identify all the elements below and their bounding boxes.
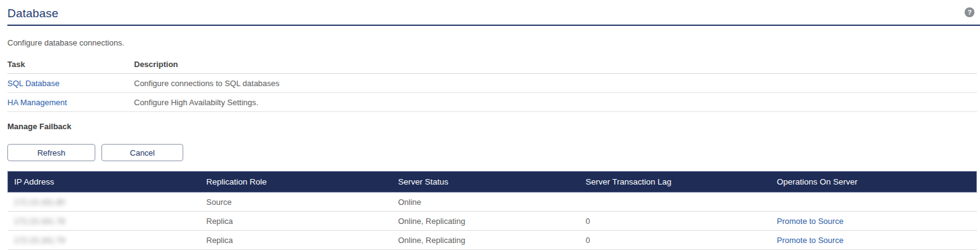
server-status-cell: Online, Replicating — [392, 231, 580, 250]
task-link[interactable]: SQL Database — [7, 79, 134, 88]
ip-address-redacted: 172.23.161.79 — [14, 236, 65, 245]
promote-to-source-link[interactable]: Promote to Source — [777, 236, 844, 245]
ip-address-redacted: 172.23.161.78 — [14, 217, 65, 226]
page-subtitle: Configure database connections. — [7, 38, 973, 47]
transaction-lag-cell: 0 — [580, 231, 771, 250]
manage-failback-heading: Manage Failback — [7, 122, 973, 131]
tasks-header-description: Description — [134, 60, 977, 69]
help-icon[interactable]: ? — [965, 7, 974, 17]
refresh-button[interactable]: Refresh — [7, 144, 95, 161]
tasks-table: Task Description SQL DatabaseConfigure c… — [7, 55, 977, 112]
task-description: Configure connections to SQL databases — [134, 79, 977, 88]
servers-column-header: Server Status — [392, 172, 580, 193]
servers-column-header: IP Address — [8, 172, 200, 193]
page-header: Database ? — [0, 0, 980, 26]
server-row: 172.23.161.78ReplicaOnline, Replicating0… — [8, 212, 977, 231]
ip-address-cell: 172.23.161.78 — [8, 212, 200, 231]
task-link[interactable]: HA Management — [7, 98, 134, 107]
failback-toolbar: Refresh Cancel — [7, 144, 973, 161]
tasks-table-header: Task Description — [7, 55, 977, 74]
task-description: Configure High Availabilty Settings. — [134, 98, 977, 107]
ip-address-redacted: 172.23.161.80 — [14, 197, 65, 207]
ip-address-cell: 172.23.161.80 — [8, 193, 200, 212]
server-status-cell: Online — [392, 193, 580, 212]
servers-column-header: Replication Role — [200, 172, 392, 193]
replication-role-cell: Replica — [200, 231, 392, 250]
server-row: 172.23.161.80SourceOnline — [8, 193, 977, 212]
tasks-header-task: Task — [7, 60, 134, 69]
title-divider — [7, 25, 980, 26]
operations-cell: Promote to Source — [771, 212, 977, 231]
transaction-lag-cell — [580, 193, 771, 212]
servers-column-header: Server Transaction Lag — [580, 172, 771, 193]
transaction-lag-cell: 0 — [580, 212, 771, 231]
cancel-button[interactable]: Cancel — [101, 144, 183, 161]
server-row: 172.23.161.79ReplicaOnline, Replicating0… — [8, 231, 977, 250]
operations-cell: Promote to Source — [771, 231, 977, 250]
servers-table: IP AddressReplication RoleServer StatusS… — [7, 171, 977, 250]
task-row: SQL DatabaseConfigure connections to SQL… — [7, 74, 977, 93]
task-row: HA ManagementConfigure High Availabilty … — [7, 93, 977, 112]
servers-table-body: 172.23.161.80SourceOnline172.23.161.78Re… — [8, 193, 977, 250]
operations-cell — [771, 193, 977, 212]
servers-table-header: IP AddressReplication RoleServer StatusS… — [8, 172, 977, 193]
replication-role-cell: Replica — [200, 212, 392, 231]
servers-header-row: IP AddressReplication RoleServer StatusS… — [8, 172, 977, 193]
database-settings-page: Database ? Configure database connection… — [0, 0, 980, 251]
servers-column-header: Operations On Server — [771, 172, 977, 193]
page-title: Database — [7, 7, 973, 20]
tasks-table-body: SQL DatabaseConfigure connections to SQL… — [7, 74, 977, 112]
replication-role-cell: Source — [200, 193, 392, 212]
promote-to-source-link[interactable]: Promote to Source — [777, 217, 844, 226]
server-status-cell: Online, Replicating — [392, 212, 580, 231]
page-content: Configure database connections. Task Des… — [0, 38, 980, 250]
ip-address-cell: 172.23.161.79 — [8, 231, 200, 250]
